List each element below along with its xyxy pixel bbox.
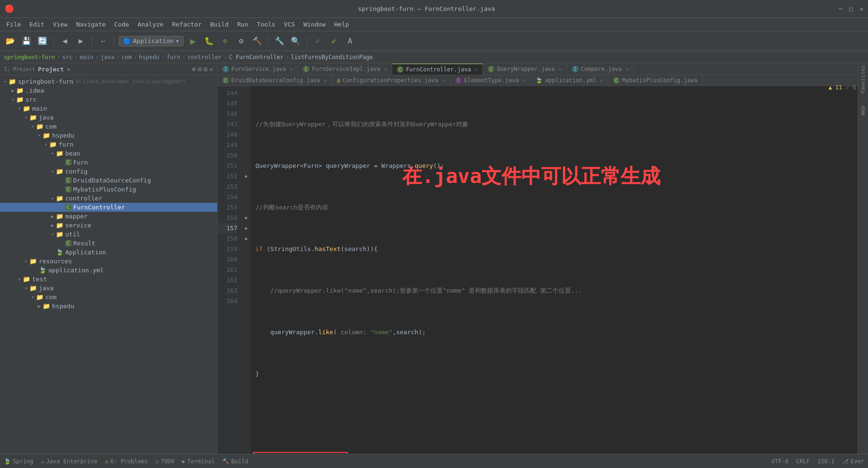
tab-close-compare[interactable]: ✕ <box>625 66 629 72</box>
tree-item-idea[interactable]: ▶ 📁 .idea <box>0 86 217 95</box>
favorites-tab[interactable]: Favorites <box>860 65 866 94</box>
tree-item-controller[interactable]: ▾ 📁 controller <box>0 194 217 203</box>
panel-dropdown-icon[interactable]: ▾ <box>67 66 70 73</box>
spring-status[interactable]: 🍃 Spring <box>4 458 33 465</box>
run-button[interactable]: ▶ <box>186 35 200 48</box>
code-content[interactable]: //先创建QueryWrapper，可以将我们的搜索条件封装到QueryWrap… <box>251 86 868 454</box>
tab-close-furnserviceimpl[interactable]: ✕ <box>384 66 387 72</box>
hide-panel-icon[interactable]: ✕ <box>210 65 213 73</box>
menu-help[interactable]: Help <box>331 20 353 29</box>
breadcrumb-method[interactable]: listFurnsByConditionPage <box>291 54 373 61</box>
menu-analyze[interactable]: Analyze <box>134 20 167 29</box>
menu-view[interactable]: View <box>49 20 71 29</box>
tree-item-test[interactable]: ▾ 📁 test <box>0 275 217 284</box>
back-button[interactable]: ◀ <box>58 35 71 48</box>
tree-item-test-com[interactable]: ▾ 📁 com <box>0 293 217 302</box>
minimize-button[interactable]: ─ <box>839 6 842 12</box>
breadcrumb-java[interactable]: java <box>101 54 114 61</box>
git-branch-status[interactable]: ⎇ Ever <box>842 458 864 465</box>
sync-button[interactable]: 🔄 <box>36 35 49 48</box>
tree-item-mybatis[interactable]: ▶ C MybatisPlusConfig <box>0 185 217 194</box>
tree-item-com[interactable]: ▾ 📁 com <box>0 122 217 131</box>
terminal-status[interactable]: ▶ Terminal <box>182 458 215 465</box>
breadcrumb-com[interactable]: com <box>122 54 132 61</box>
tree-item-hspedu[interactable]: ▾ 📁 hspedu <box>0 131 217 140</box>
todo-status[interactable]: ☑ TODO <box>156 458 175 465</box>
junit-button[interactable]: ✓ <box>311 35 324 48</box>
menu-run[interactable]: Run <box>233 20 252 29</box>
tree-item-result[interactable]: ▶ C Result <box>0 239 217 248</box>
breadcrumb-main[interactable]: main <box>80 54 94 61</box>
menu-edit[interactable]: Edit <box>26 20 48 29</box>
tree-item-service[interactable]: ▶ 📁 service <box>0 221 217 230</box>
tree-item-furn-class[interactable]: ▶ C Furn <box>0 158 217 167</box>
line-ending-status[interactable]: CRLF <box>796 458 810 465</box>
tab-close-appyml[interactable]: ✕ <box>600 78 604 84</box>
check-button[interactable]: ✔ <box>327 35 341 48</box>
tree-item-main[interactable]: ▾ 📁 main <box>0 104 217 113</box>
tab-close-querywrapper[interactable]: ✕ <box>559 66 562 72</box>
breadcrumb-controller[interactable]: controller <box>187 54 221 61</box>
menu-build[interactable]: Build <box>206 20 232 29</box>
tab-furnserviceimpl[interactable]: C FurnServiceImpl.java ✕ <box>298 63 392 75</box>
encoding-status[interactable]: UTF-8 <box>772 458 789 465</box>
tree-item-root[interactable]: ▾ 📁 springboot-furn D:\Java_developer_to… <box>0 77 217 86</box>
forward-button[interactable]: ▶ <box>74 35 88 48</box>
code-editor[interactable]: 144 145 146 147 148 149 150 151 152 153 … <box>218 86 868 454</box>
tab-querywrapper[interactable]: C QueryWrapper.java ✕ <box>483 63 567 75</box>
tree-item-bean[interactable]: ▾ 📁 bean <box>0 149 217 158</box>
tree-item-util[interactable]: ▾ 📁 util <box>0 230 217 239</box>
tab-close-furnservice[interactable]: ✕ <box>290 66 293 72</box>
undo-button[interactable]: ↩ <box>96 35 110 48</box>
collapse-all-icon[interactable]: ⊟ <box>198 65 202 73</box>
menu-file[interactable]: File <box>2 20 25 29</box>
build-button[interactable]: 🔨 <box>251 35 264 48</box>
build-status[interactable]: 🔨 Build <box>222 458 248 465</box>
tab-compare[interactable]: I Compare.java ✕ <box>567 63 634 75</box>
breadcrumb-project[interactable]: springboot-furn <box>4 54 55 61</box>
maximize-button[interactable]: □ <box>850 6 853 12</box>
tree-item-config[interactable]: ▾ 📁 config <box>0 167 217 176</box>
tab-elementtype[interactable]: E ElementType.java ✕ <box>450 75 531 86</box>
save-button[interactable]: 💾 <box>20 35 33 48</box>
add-content-root-icon[interactable]: ⊕ <box>192 65 195 73</box>
web-tab[interactable]: Web <box>860 106 866 115</box>
menu-navigate[interactable]: Navigate <box>72 20 110 29</box>
tree-item-druid[interactable]: ▶ C DruidDataSourceConfig <box>0 176 217 185</box>
search-everywhere-button[interactable]: 🔍 <box>289 35 302 48</box>
coverage-button[interactable]: ⊕ <box>219 35 232 48</box>
tab-furncontroller[interactable]: C FurnController.java ✕ <box>392 63 483 75</box>
problems-status[interactable]: ⚠ 6: Problems <box>105 458 148 465</box>
java-enterprise-status[interactable]: ☕ Java Enterprise <box>41 458 97 465</box>
tab-close-configprops[interactable]: ✕ <box>442 78 445 84</box>
tree-item-test-java[interactable]: ▾ 📁 java <box>0 284 217 293</box>
debug-button[interactable]: 🐛 <box>202 35 216 48</box>
tab-furnservice[interactable]: I FurnService.java ✕ <box>218 63 298 75</box>
menu-code[interactable]: Code <box>111 20 133 29</box>
tree-item-furncontroller[interactable]: ▶ C FurnController <box>0 203 217 212</box>
settings-icon[interactable]: ⚙ <box>203 65 207 73</box>
close-button[interactable]: ✕ <box>860 6 863 12</box>
tree-item-furn[interactable]: ▾ 📁 furn <box>0 140 217 149</box>
tree-item-mapper[interactable]: ▶ 📁 mapper <box>0 212 217 221</box>
open-folder-button[interactable]: 📂 <box>4 35 17 48</box>
tree-item-java[interactable]: ▾ 📁 java <box>0 113 217 122</box>
tree-item-resources[interactable]: ▾ 📁 resources <box>0 257 217 266</box>
breadcrumb-furn[interactable]: furn <box>167 54 180 61</box>
tab-close-elementtype[interactable]: ✕ <box>523 78 526 84</box>
breadcrumb-hspedu[interactable]: hspedu <box>139 54 159 61</box>
breadcrumb-src[interactable]: src <box>62 54 73 61</box>
menu-vcs[interactable]: VCS <box>280 20 298 29</box>
settings-button[interactable]: 🔧 <box>273 35 286 48</box>
cursor-position-status[interactable]: 158:1 <box>817 458 834 465</box>
menu-tools[interactable]: Tools <box>253 20 279 29</box>
tab-close-furncontroller[interactable]: ✕ <box>475 67 478 73</box>
tab-druid[interactable]: C DruidDataSourceConfig.java ✕ <box>218 75 332 86</box>
tree-item-appyml[interactable]: ▶ 🍃 application.yml <box>0 266 217 275</box>
tab-appyml[interactable]: 🍃 application.yml ✕ <box>531 75 608 86</box>
tree-item-application[interactable]: ▶ 🍃 Application <box>0 248 217 257</box>
run2-button[interactable]: ⚙ <box>235 35 248 48</box>
menu-refactor[interactable]: Refactor <box>168 20 206 29</box>
tab-close-druid[interactable]: ✕ <box>324 78 327 84</box>
breadcrumb-class[interactable]: C FurnController <box>229 54 284 61</box>
